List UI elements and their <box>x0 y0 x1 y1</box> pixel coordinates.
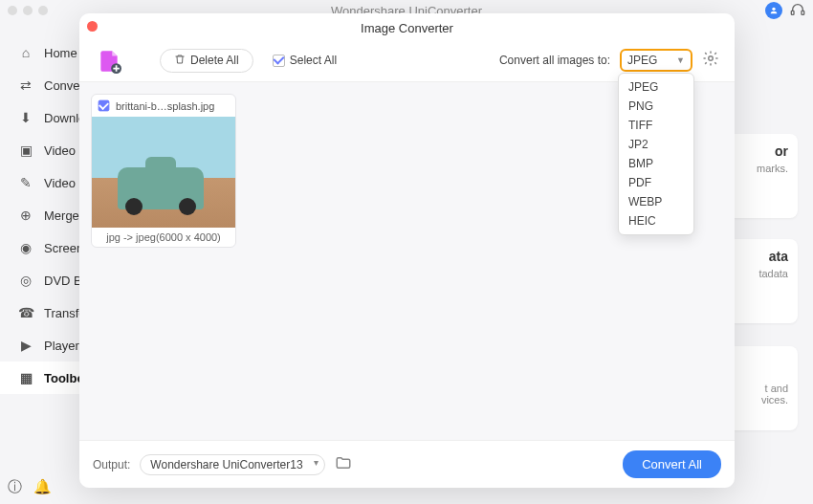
modal-close-button[interactable] <box>87 21 98 32</box>
support-icon[interactable] <box>790 2 805 20</box>
merge-icon: ⊕ <box>17 208 34 223</box>
window-minimize[interactable] <box>23 6 33 15</box>
bg-card-sub: t and <box>731 383 788 394</box>
format-option-jpeg[interactable]: JPEG <box>619 77 693 97</box>
convert-all-button[interactable]: Convert All <box>623 450 721 478</box>
bg-card-title: ata <box>731 249 788 264</box>
format-selected-value: JPEG <box>627 54 657 67</box>
bg-card-title: or <box>731 143 788 159</box>
select-all-toggle[interactable]: Select All <box>273 54 337 67</box>
format-dropdown: JPEG PNG TIFF JP2 BMP PDF WEBP HEIC <box>618 73 694 235</box>
format-option-pdf[interactable]: PDF <box>619 173 693 192</box>
modal-title: Image Converter <box>79 13 735 39</box>
delete-all-label: Delete All <box>190 54 239 67</box>
add-image-button[interactable] <box>95 47 121 74</box>
home-icon: ⌂ <box>17 45 34 60</box>
sidebar-item-label: Home <box>44 46 77 60</box>
format-option-png[interactable]: PNG <box>619 97 693 116</box>
output-label: Output: <box>93 458 130 471</box>
image-thumbnail <box>92 117 235 228</box>
toolbox-icon: ▦ <box>17 370 34 385</box>
download-icon: ⬇ <box>17 110 34 125</box>
image-filename: brittani-b…splash.jpg <box>116 100 230 112</box>
bg-card-sub: vices. <box>731 394 788 405</box>
compress-icon: ▣ <box>17 142 34 158</box>
format-option-jp2[interactable]: JP2 <box>619 135 693 154</box>
transfer-icon: ☎ <box>17 305 34 320</box>
format-option-webp[interactable]: WEBP <box>619 192 693 211</box>
svg-point-4 <box>709 56 714 61</box>
user-avatar[interactable] <box>765 2 782 19</box>
edit-icon: ✎ <box>17 175 34 190</box>
player-icon: ▶ <box>17 338 34 353</box>
convert-to-label: Convert all images to: <box>499 54 610 67</box>
settings-icon[interactable] <box>702 50 719 71</box>
svg-point-0 <box>772 8 775 11</box>
modal-footer: Output: Wondershare UniConverter13 Conve… <box>79 440 735 488</box>
output-path-value: Wondershare UniConverter13 <box>150 458 302 471</box>
delete-all-button[interactable]: Delete All <box>160 49 253 73</box>
bg-card-sub: tadata <box>731 268 788 279</box>
sidebar-item-label: Player <box>44 339 79 353</box>
svg-rect-2 <box>802 11 804 14</box>
window-close[interactable] <box>8 6 17 15</box>
image-card[interactable]: brittani-b…splash.jpg jpg -> jpeg(6000 x… <box>91 94 236 248</box>
help-icon[interactable]: ⓘ <box>8 478 22 496</box>
svg-rect-1 <box>791 11 794 14</box>
output-format-select[interactable]: JPEG ▼ <box>620 49 692 72</box>
convert-icon: ⇄ <box>17 77 34 93</box>
sidebar-item-label: Merger <box>44 208 83 223</box>
dvd-icon: ◎ <box>17 273 34 288</box>
record-icon: ◉ <box>17 240 34 255</box>
open-folder-button[interactable] <box>335 454 352 475</box>
bg-card-sub: marks. <box>731 163 788 174</box>
select-all-label: Select All <box>290 54 337 67</box>
format-option-tiff[interactable]: TIFF <box>619 116 693 135</box>
trash-icon <box>174 54 186 68</box>
format-option-heic[interactable]: HEIC <box>619 211 693 230</box>
image-converter-modal: Image Converter Delete All Select All Co… <box>79 13 735 488</box>
window-zoom[interactable] <box>38 6 48 15</box>
image-select-checkbox[interactable] <box>99 100 110 112</box>
image-conversion-info: jpg -> jpeg(6000 x 4000) <box>92 228 235 247</box>
format-option-bmp[interactable]: BMP <box>619 154 693 173</box>
notifications-icon[interactable]: 🔔 <box>33 478 52 496</box>
select-all-checkbox[interactable] <box>273 55 285 67</box>
window-controls[interactable] <box>8 6 48 15</box>
output-path-select[interactable]: Wondershare UniConverter13 <box>140 454 324 475</box>
chevron-down-icon: ▼ <box>676 55 685 65</box>
